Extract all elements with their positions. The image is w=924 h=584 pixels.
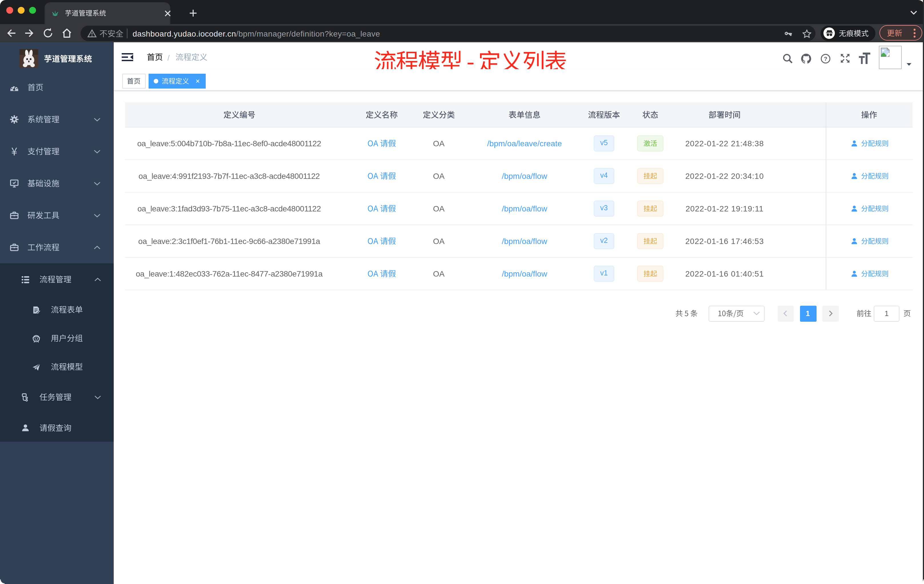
svg-text:?: ? [824,55,827,62]
